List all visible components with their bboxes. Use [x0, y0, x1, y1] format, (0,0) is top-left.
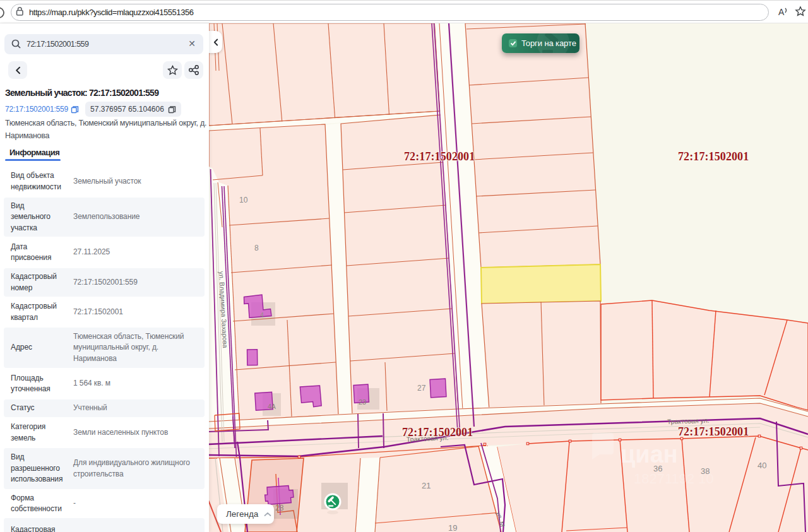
svg-text:19: 19	[448, 523, 457, 532]
svg-text:38: 38	[701, 466, 710, 476]
svg-text:8: 8	[254, 244, 259, 252]
svg-text:36: 36	[653, 464, 662, 473]
svg-text:72:17:1502001: 72:17:1502001	[678, 150, 749, 163]
svg-text:4А: 4А	[268, 403, 276, 410]
svg-text:40: 40	[758, 461, 766, 470]
svg-text:72:17:1502001: 72:17:1502001	[404, 150, 475, 163]
svg-text:72:17:1502001: 72:17:1502001	[678, 425, 749, 438]
svg-text:28: 28	[275, 504, 284, 512]
svg-text:4: 4	[260, 311, 264, 319]
svg-text:Трактовая ул.: Трактовая ул.	[667, 417, 710, 425]
svg-text:72:17:1502001: 72:17:1502001	[402, 426, 473, 439]
svg-text:A: A	[778, 7, 785, 17]
svg-text:21: 21	[422, 481, 431, 490]
svg-text:10: 10	[239, 196, 248, 204]
svg-text:23: 23	[359, 398, 366, 406]
svg-text:27: 27	[417, 384, 426, 393]
svg-text:циан: циан	[621, 441, 678, 468]
